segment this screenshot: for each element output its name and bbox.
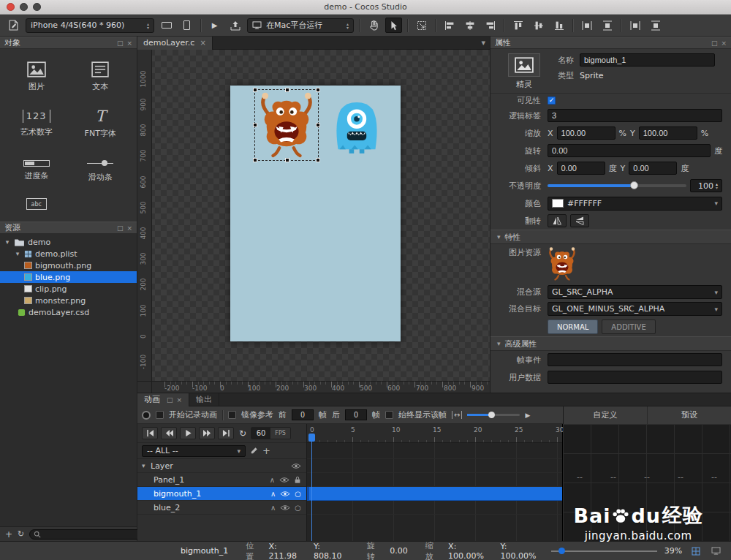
- timeline-row-layer[interactable]: [307, 459, 562, 473]
- visibility-eye-icon[interactable]: [279, 477, 289, 483]
- color-select[interactable]: #FFFFFF ▾: [548, 197, 722, 211]
- expand-arrow-icon[interactable]: ▾: [4, 238, 11, 246]
- tree-item-bigmouth-png[interactable]: bigmouth.png: [0, 260, 137, 271]
- timeline-grid[interactable]: [307, 443, 562, 541]
- add-resource-button[interactable]: +: [5, 529, 12, 540]
- object-item-art-number[interactable]: 123 艺术数字: [4, 102, 69, 145]
- after-frames-input[interactable]: [345, 409, 367, 420]
- timeline-row-bigmouth[interactable]: [307, 487, 562, 501]
- unlock-icon[interactable]: ○: [295, 504, 301, 512]
- skew-y-input[interactable]: [629, 162, 677, 175]
- object-item-text[interactable]: 文本: [69, 55, 133, 99]
- select-tool-button[interactable]: [385, 18, 402, 33]
- tab-list-button[interactable]: ▾: [481, 38, 485, 48]
- before-frames-input[interactable]: [292, 409, 314, 420]
- record-checkbox[interactable]: [156, 411, 164, 419]
- align-top-button[interactable]: [510, 18, 526, 33]
- opacity-numbox[interactable]: 100 ▴▾: [690, 179, 722, 192]
- collapse-icon[interactable]: ∧: [270, 504, 276, 512]
- portrait-orientation-button[interactable]: [178, 18, 195, 33]
- feature-section-header[interactable]: ▾ 特性: [491, 230, 731, 244]
- align-center-horizontal-button[interactable]: [461, 18, 478, 33]
- unlock-icon[interactable]: ○: [295, 490, 301, 498]
- timeline-track-area[interactable]: 0 5 10 15 20 25 30: [307, 424, 563, 541]
- new-file-icon[interactable]: [5, 18, 22, 33]
- distribute-vertical-button[interactable]: [599, 18, 616, 33]
- device-selector[interactable]: iPhone 4/4S(640 * 960) ▴▾: [26, 18, 154, 33]
- playhead-marker[interactable]: [308, 434, 315, 442]
- opacity-slider[interactable]: [548, 184, 686, 187]
- visibility-eye-icon[interactable]: [280, 504, 290, 511]
- next-frame-button[interactable]: [199, 427, 215, 439]
- play-animation-button[interactable]: [180, 427, 196, 439]
- mirror-checkbox[interactable]: [228, 411, 236, 419]
- tree-item-monster-png[interactable]: monster.png: [0, 295, 137, 306]
- custom-easing-tab[interactable]: 自定义: [564, 406, 648, 424]
- timeline-zoom-in-icon[interactable]: ▶: [525, 412, 530, 419]
- float-panel-icon[interactable]: □: [117, 224, 124, 232]
- tree-item-blue-png[interactable]: blue.png: [0, 271, 137, 283]
- stage[interactable]: [230, 86, 401, 341]
- landscape-orientation-button[interactable]: [158, 18, 175, 33]
- close-panel-icon[interactable]: ×: [126, 224, 132, 232]
- skip-to-start-button[interactable]: [142, 427, 158, 439]
- close-panel-icon[interactable]: ×: [177, 396, 183, 404]
- timeline-zoom-slider[interactable]: [467, 414, 520, 416]
- tab-animation[interactable]: 动画 □×: [137, 393, 189, 406]
- add-animation-button[interactable]: +: [262, 445, 270, 456]
- resize-handle[interactable]: [316, 88, 320, 92]
- distribute-horizontal-button[interactable]: [578, 18, 595, 33]
- scale-x-input[interactable]: [557, 126, 616, 140]
- flip-vertical-button[interactable]: [570, 214, 589, 227]
- scale-y-input[interactable]: [639, 126, 697, 140]
- timeline-ruler[interactable]: 0 5 10 15 20 25 30: [307, 424, 562, 443]
- minimize-window-button[interactable]: [20, 3, 28, 11]
- resource-search-box[interactable]: [29, 529, 145, 540]
- frame-event-input[interactable]: [548, 353, 722, 366]
- resize-handle[interactable]: [316, 123, 320, 127]
- close-panel-icon[interactable]: ×: [126, 39, 132, 47]
- match-height-button[interactable]: [647, 18, 664, 33]
- visibility-eye-icon[interactable]: [280, 491, 290, 497]
- fullscreen-canvas-icon[interactable]: [710, 545, 722, 557]
- blend-src-select[interactable]: GL_SRC_ALPHA ▾: [548, 285, 722, 299]
- float-panel-icon[interactable]: □: [711, 39, 718, 47]
- layer-row-panel1[interactable]: Panel_1 ∧: [137, 473, 306, 487]
- expand-arrow-icon[interactable]: ▾: [14, 250, 21, 257]
- fps-box[interactable]: 60 FPS: [251, 427, 291, 439]
- resize-handle[interactable]: [285, 88, 289, 92]
- tree-item-clip-png[interactable]: clip.png: [0, 283, 137, 295]
- lock-icon[interactable]: [294, 476, 301, 484]
- loop-button[interactable]: ↻: [239, 428, 246, 439]
- tag-input[interactable]: [548, 109, 722, 122]
- preset-easing-tab[interactable]: 预设: [648, 406, 731, 424]
- name-input[interactable]: [580, 53, 715, 67]
- align-bottom-button[interactable]: [550, 18, 567, 33]
- edit-animation-icon[interactable]: [250, 447, 258, 455]
- canvas-zoom-slider[interactable]: [551, 550, 657, 552]
- sprite-blue[interactable]: [333, 101, 381, 154]
- blend-dst-select[interactable]: GL_ONE_MINUS_SRC_ALPHA ▾: [548, 302, 722, 316]
- skew-x-input[interactable]: [557, 162, 605, 175]
- play-button[interactable]: ▶: [206, 18, 223, 33]
- resize-handle[interactable]: [316, 158, 320, 162]
- tree-item-demolayer-csd[interactable]: demoLayer.csd: [0, 306, 137, 318]
- match-width-button[interactable]: [626, 18, 643, 33]
- run-target-selector[interactable]: 在Mac平台运行 ▴▾: [247, 18, 354, 33]
- align-middle-vertical-button[interactable]: [530, 18, 547, 33]
- resource-search-input[interactable]: [44, 530, 140, 538]
- timeline-row-blue2[interactable]: [307, 501, 562, 515]
- layer-row-bigmouth[interactable]: bigmouth_1 ∧ ○: [137, 487, 306, 501]
- image-resource-thumbnail[interactable]: [548, 247, 577, 281]
- tab-output[interactable]: 输出: [189, 393, 219, 406]
- normal-blend-button[interactable]: NORMAL: [548, 319, 598, 334]
- hand-tool-button[interactable]: [365, 18, 382, 33]
- resize-handle[interactable]: [253, 88, 257, 92]
- previous-frame-button[interactable]: [161, 427, 177, 439]
- timeline-row-panel1[interactable]: [307, 473, 562, 487]
- object-item-fnt-font[interactable]: T FNT字体: [69, 102, 133, 145]
- design-canvas[interactable]: 1000 900 800 700 600 500 400 300 200 100…: [137, 50, 490, 393]
- skip-to-end-button[interactable]: [218, 427, 234, 439]
- expand-arrow-icon[interactable]: ▾: [142, 462, 151, 469]
- layer-row-layer[interactable]: ▾ Layer: [137, 459, 306, 473]
